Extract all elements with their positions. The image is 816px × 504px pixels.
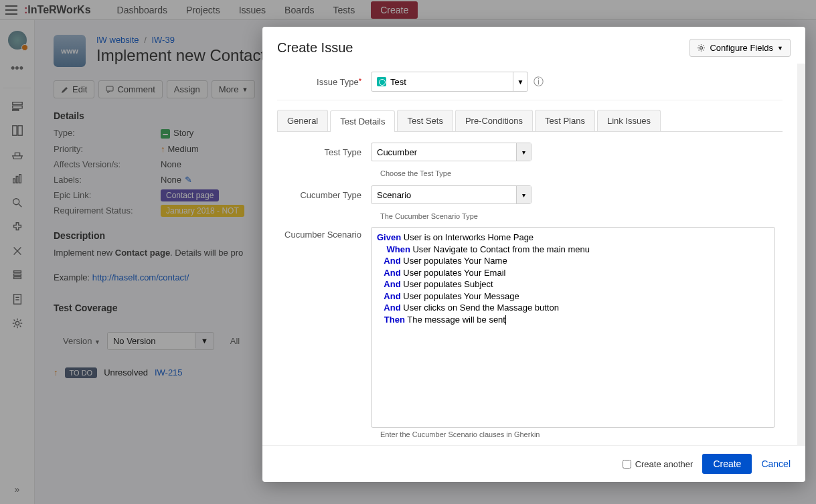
dialog-tabs: General Test Details Test Sets Pre-Condi… (277, 110, 783, 132)
cucumber-type-hint: The Cucumber Scenario Type (380, 212, 783, 220)
test-type-hint: Choose the Test Type (380, 169, 783, 177)
create-another-input[interactable] (623, 460, 631, 469)
dialog-title: Create Issue (277, 40, 353, 56)
tab-pre-conditions[interactable]: Pre-Conditions (455, 110, 533, 131)
scenario-label: Cucumber Scenario (277, 227, 371, 240)
tab-general[interactable]: General (277, 110, 328, 131)
cucumber-type-select[interactable]: Scenario ▾ (371, 185, 532, 204)
test-icon (377, 77, 386, 86)
tab-test-plans[interactable]: Test Plans (535, 110, 595, 131)
svg-point-20 (700, 47, 703, 50)
tab-test-sets[interactable]: Test Sets (397, 110, 453, 131)
test-type-select[interactable]: Cucumber ▾ (371, 143, 532, 161)
scenario-hint: Enter the Cucumber Scenario clauses in G… (380, 430, 783, 438)
tab-link-issues[interactable]: Link Issues (597, 110, 661, 131)
create-issue-dialog: Create Issue Configure Fields ▼ Issue Ty… (262, 27, 805, 482)
test-type-label: Test Type (277, 147, 371, 157)
chevron-down-icon[interactable]: ▼ (513, 72, 527, 91)
cancel-button[interactable]: Cancel (761, 458, 791, 469)
gear-icon (697, 44, 706, 52)
configure-fields-button[interactable]: Configure Fields ▼ (689, 39, 791, 57)
submit-button[interactable]: Create (702, 454, 752, 474)
chevron-down-icon[interactable]: ▾ (516, 186, 531, 203)
create-another-checkbox[interactable]: Create another (623, 459, 693, 469)
cucumber-type-label: Cucumber Type (277, 190, 371, 200)
issue-type-label: Issue Type* (277, 77, 371, 87)
tab-test-details[interactable]: Test Details (330, 110, 395, 132)
scenario-editor[interactable]: Given User is on Interworks Home Page Wh… (371, 227, 775, 428)
help-icon[interactable]: ⓘ (534, 76, 544, 88)
issue-type-select[interactable]: Test ▼ (371, 72, 528, 92)
chevron-down-icon[interactable]: ▾ (516, 143, 531, 161)
